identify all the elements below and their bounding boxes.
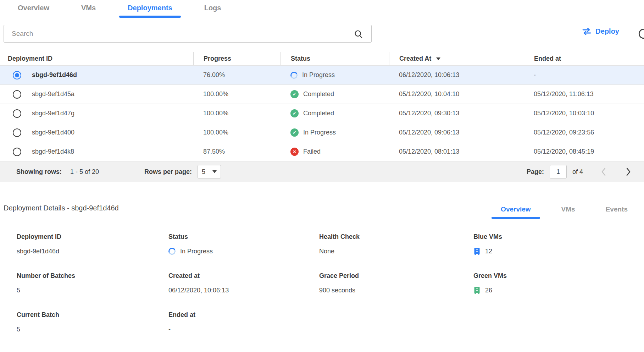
page-number-input[interactable]: [550, 165, 567, 178]
previous-page-button[interactable]: [597, 167, 611, 177]
details-tab-events[interactable]: Events: [596, 205, 637, 218]
created-at-value: 05/12/2020, 10:04:10: [399, 90, 459, 98]
table-row[interactable]: sbgd-9ef1d47g 100.00% Completed 05/12/20…: [0, 104, 644, 123]
progress-value: 100.00%: [203, 129, 228, 136]
detail-field: Ended at -: [168, 311, 319, 334]
rows-per-page-value: 5: [202, 168, 205, 176]
top-tabbar: Overview VMs Deployments Logs: [0, 0, 644, 17]
created-at-value: 05/12/2020, 09:06:13: [399, 129, 459, 136]
row-radio[interactable]: [13, 90, 21, 99]
check-status-icon: [290, 109, 299, 117]
showing-rows-value: 1 - 5 of 20: [70, 168, 99, 176]
column-header-progress[interactable]: Progress: [193, 52, 281, 65]
deployment-id: sbgd-9ef1d46d: [32, 71, 77, 79]
detail-field-value: 5: [17, 326, 20, 333]
detail-field-label: Created at: [168, 272, 319, 280]
check-status-icon: [290, 128, 299, 137]
vm-icon: [473, 286, 481, 294]
created-at-value: 06/12/2020, 10:06:13: [399, 71, 459, 79]
page-total: of 4: [572, 168, 583, 176]
detail-field: Deployment ID sbgd-9ef1d46d: [17, 233, 168, 256]
detail-field-label: Number of Batches: [17, 272, 168, 280]
sort-desc-icon[interactable]: [436, 57, 440, 60]
detail-field: Number of Batches 5: [17, 272, 168, 295]
page-label: Page:: [527, 168, 544, 176]
status-label: Failed: [303, 148, 321, 155]
deploy-button[interactable]: Deploy: [582, 27, 619, 35]
status-label: In Progress: [303, 129, 336, 136]
table-row[interactable]: sbgd-9ef1d45a 100.00% Completed 05/12/20…: [0, 85, 644, 104]
table-row[interactable]: sbgd-9ef1d4k8 87.50% Failed 05/12/2020, …: [0, 142, 644, 161]
details-header: Deployment Details - sbgd-9ef1d46d Overv…: [0, 204, 644, 218]
toolbar: Deploy: [4, 25, 644, 43]
next-page-button[interactable]: [621, 167, 635, 177]
deployments-page: Overview VMs Deployments Logs Deploy: [0, 0, 644, 352]
detail-field: Status In Progress: [168, 233, 319, 256]
search-input[interactable]: [4, 30, 371, 38]
details-tabbar: Overview VMs Events: [479, 205, 644, 218]
column-header-deployment-id[interactable]: Deployment ID: [0, 52, 193, 65]
row-radio[interactable]: [13, 128, 21, 137]
detail-field-value: In Progress: [180, 248, 213, 255]
status-label: In Progress: [302, 71, 335, 79]
showing-rows-label: Showing rows:: [16, 168, 62, 176]
detail-field-value: None: [319, 248, 334, 255]
details-grid: Deployment ID sbgd-9ef1d46d Status: [0, 218, 644, 334]
refresh-icon[interactable]: [637, 27, 644, 42]
deployment-id: sbgd-9ef1d45a: [32, 90, 74, 98]
row-radio[interactable]: [13, 71, 21, 79]
ended-at-value: -: [534, 71, 536, 79]
progress-value: 100.00%: [203, 110, 228, 117]
table-header: Deployment ID Progress Status Created At…: [0, 52, 644, 66]
detail-field-label: Health Check: [319, 233, 473, 241]
ended-at-value: 05/12/2020, 10:03:10: [534, 110, 594, 117]
cross-status-icon: [290, 148, 299, 156]
deploy-label: Deploy: [595, 27, 619, 35]
table-row[interactable]: sbgd-9ef1d400 100.00% In Progress 05/12/…: [0, 123, 644, 142]
detail-field-value: 900 seconds: [319, 287, 355, 294]
detail-field-label: Current Batch: [17, 311, 168, 319]
search-icon[interactable]: [354, 29, 363, 39]
table-row[interactable]: sbgd-9ef1d46d 76.00% In Progress 06/12/2…: [0, 66, 644, 85]
deployments-table: Deployment ID Progress Status Created At…: [0, 52, 644, 182]
detail-field: Blue VMs 12: [473, 233, 644, 256]
rows-per-page-label: Rows per page:: [144, 168, 192, 176]
table-body: sbgd-9ef1d46d 76.00% In Progress 06/12/2…: [0, 66, 644, 161]
tab-label: VMs: [81, 4, 96, 12]
detail-field-value: -: [168, 326, 171, 333]
ended-at-value: 05/12/2020, 09:23:56: [534, 129, 594, 136]
chevron-right-icon: [625, 167, 631, 177]
search-box[interactable]: [4, 25, 372, 43]
tab-vms[interactable]: VMs: [73, 4, 104, 17]
deployment-id: sbgd-9ef1d47g: [32, 110, 74, 117]
chevron-left-icon: [601, 167, 607, 177]
tab-deployments[interactable]: Deployments: [119, 4, 181, 17]
progress-value: 76.00%: [203, 71, 225, 79]
detail-field-label: Ended at: [168, 311, 319, 319]
spinner-icon: [167, 247, 177, 256]
detail-field-label: Status: [168, 233, 319, 241]
rows-per-page-select[interactable]: 5: [198, 165, 221, 178]
chevron-down-icon: [212, 170, 217, 173]
status-label: Completed: [303, 90, 334, 98]
tab-overview[interactable]: Overview: [9, 4, 58, 17]
details-tab-vms[interactable]: VMs: [552, 205, 584, 218]
status-label: Completed: [303, 110, 334, 117]
tab-label: Logs: [204, 4, 221, 12]
tab-logs[interactable]: Logs: [196, 4, 230, 17]
detail-field: Current Batch 5: [17, 311, 168, 334]
row-radio[interactable]: [13, 109, 21, 118]
detail-field-label: Grace Period: [319, 272, 473, 280]
row-radio[interactable]: [13, 148, 21, 156]
column-header-status[interactable]: Status: [281, 52, 389, 65]
swap-arrows-icon: [582, 27, 592, 35]
column-header-ended-at[interactable]: Ended at: [524, 52, 644, 65]
detail-field: Grace Period 900 seconds: [319, 272, 473, 295]
tab-label: Deployments: [128, 4, 172, 12]
detail-field: Health Check None: [319, 233, 473, 256]
column-header-created-at[interactable]: Created At: [389, 52, 524, 65]
spinner-status-icon: [289, 71, 299, 80]
detail-field: Green VMs 26: [473, 272, 644, 295]
details-tab-overview[interactable]: Overview: [492, 205, 540, 218]
pagination-controls: Page: of 4: [527, 165, 637, 178]
